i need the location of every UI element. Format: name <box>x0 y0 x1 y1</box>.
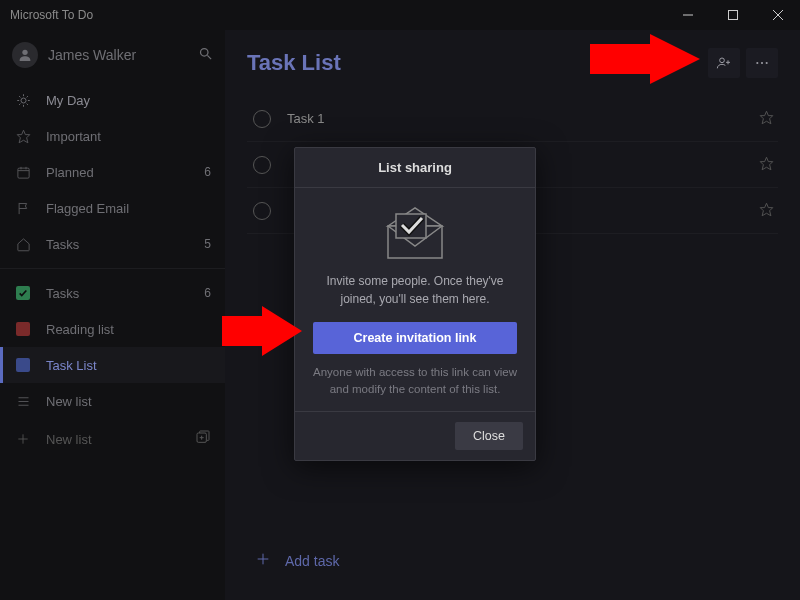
task-checkbox[interactable] <box>253 202 271 220</box>
sidebar-item-label: Planned <box>46 165 204 180</box>
svg-marker-44 <box>222 306 302 356</box>
svg-line-12 <box>19 96 20 97</box>
close-window-button[interactable] <box>755 0 800 30</box>
task-checkbox[interactable] <box>253 110 271 128</box>
svg-marker-16 <box>17 130 30 143</box>
profile-name: James Walker <box>48 47 198 63</box>
list-sharing-dialog: List sharing Invite some people. Once th… <box>294 147 536 461</box>
sidebar-item-reading-list[interactable]: Reading list <box>0 311 225 347</box>
annotation-arrow-icon <box>590 34 700 88</box>
titlebar: Microsoft To Do <box>0 0 800 30</box>
svg-point-29 <box>720 58 725 63</box>
custom-lists: Tasks 6 Reading list Task List New list <box>0 275 225 419</box>
star-icon[interactable] <box>759 156 774 174</box>
add-task-label: Add task <box>285 553 339 569</box>
svg-marker-37 <box>760 203 773 216</box>
task-checkbox[interactable] <box>253 156 271 174</box>
sidebar-item-tasks[interactable]: Tasks 5 <box>0 226 225 262</box>
calendar-icon <box>14 165 32 180</box>
annotation-arrow-icon <box>222 306 302 360</box>
share-list-button[interactable] <box>708 48 740 78</box>
dialog-disclaimer: Anyone with access to this link can view… <box>313 364 517 399</box>
svg-rect-17 <box>17 168 28 178</box>
svg-rect-1 <box>728 11 737 20</box>
sidebar-item-count: 5 <box>204 237 211 251</box>
app-window: Microsoft To Do James Walker <box>0 0 800 600</box>
svg-marker-36 <box>760 157 773 170</box>
list-color-icon <box>14 358 32 372</box>
sidebar-item-label: Tasks <box>46 237 204 252</box>
svg-point-32 <box>756 62 758 64</box>
flag-icon <box>14 201 32 216</box>
sidebar-item-flagged[interactable]: Flagged Email <box>0 190 225 226</box>
svg-point-7 <box>21 98 26 103</box>
search-icon[interactable] <box>198 46 213 65</box>
sidebar-item-label: My Day <box>46 93 211 108</box>
sidebar-item-label: Flagged Email <box>46 201 211 216</box>
home-icon <box>14 237 32 252</box>
sidebar-item-count: 6 <box>204 165 211 179</box>
add-list-label: New list <box>46 432 195 447</box>
sidebar-item-myday[interactable]: My Day <box>0 82 225 118</box>
app-name: Microsoft To Do <box>10 8 93 22</box>
window-controls <box>665 0 800 30</box>
sidebar-item-label: Important <box>46 129 211 144</box>
plus-icon <box>14 432 32 446</box>
svg-line-14 <box>19 103 20 104</box>
list-color-icon <box>14 286 32 300</box>
profile-row[interactable]: James Walker <box>0 36 225 82</box>
add-list-row[interactable]: New list <box>0 419 225 459</box>
sidebar: James Walker My Day Important <box>0 30 225 600</box>
svg-marker-35 <box>760 111 773 124</box>
sidebar-item-planned[interactable]: Planned 6 <box>0 154 225 190</box>
svg-line-6 <box>207 55 211 59</box>
task-row[interactable]: Task 1 <box>247 96 778 142</box>
dialog-title: List sharing <box>295 148 535 188</box>
minimize-button[interactable] <box>665 0 710 30</box>
sidebar-item-custom-tasks[interactable]: Tasks 6 <box>0 275 225 311</box>
ellipsis-icon <box>754 55 770 71</box>
star-icon[interactable] <box>759 202 774 220</box>
plus-icon <box>255 551 271 570</box>
sidebar-item-label: Tasks <box>46 286 204 301</box>
sidebar-divider <box>0 268 225 269</box>
create-invitation-link-button[interactable]: Create invitation link <box>313 322 517 354</box>
svg-line-15 <box>26 96 27 97</box>
add-group-icon[interactable] <box>195 429 211 449</box>
svg-point-5 <box>201 48 209 56</box>
list-color-icon <box>14 322 32 336</box>
sidebar-item-task-list[interactable]: Task List <box>0 347 225 383</box>
svg-point-33 <box>761 62 763 64</box>
smart-lists: My Day Important Planned 6 Flagged Email <box>0 82 225 262</box>
sidebar-item-count: 6 <box>204 286 211 300</box>
person-add-icon <box>716 55 732 71</box>
envelope-check-icon <box>313 206 517 262</box>
svg-marker-43 <box>590 34 700 84</box>
maximize-button[interactable] <box>710 0 755 30</box>
list-options-button[interactable] <box>746 48 778 78</box>
svg-point-34 <box>766 62 768 64</box>
dialog-close-button[interactable]: Close <box>455 422 523 450</box>
dialog-body: Invite some people. Once they've joined,… <box>295 188 535 411</box>
svg-line-13 <box>26 103 27 104</box>
avatar <box>12 42 38 68</box>
star-icon[interactable] <box>759 110 774 128</box>
sidebar-item-important[interactable]: Important <box>0 118 225 154</box>
sidebar-item-label: Task List <box>46 358 211 373</box>
task-label: Task 1 <box>287 111 759 126</box>
sidebar-item-new-list[interactable]: New list <box>0 383 225 419</box>
dialog-invite-text: Invite some people. Once they've joined,… <box>313 272 517 308</box>
svg-point-4 <box>22 50 27 55</box>
sun-icon <box>14 93 32 108</box>
list-icon <box>14 394 32 409</box>
sidebar-item-label: Reading list <box>46 322 211 337</box>
star-icon <box>14 129 32 144</box>
sidebar-item-label: New list <box>46 394 211 409</box>
add-task-row[interactable]: Add task <box>247 543 778 578</box>
dialog-footer: Close <box>295 411 535 460</box>
